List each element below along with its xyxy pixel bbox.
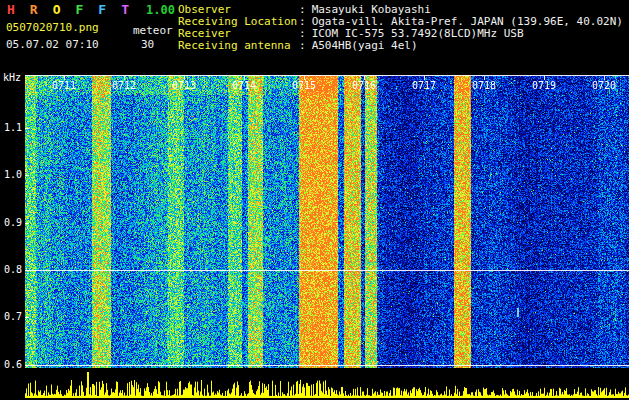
info-label: Receiving antenna (178, 40, 299, 52)
time-tick-label: 0716 (348, 80, 380, 91)
output-filename: 0507020710.png (6, 21, 99, 34)
time-tick-label: 0715 (288, 80, 320, 91)
time-tick-label: 0717 (408, 80, 440, 91)
app-version: 1.00 (146, 3, 175, 17)
app-title-letter: F (98, 2, 113, 17)
observation-datetime: 05.07.02 07:10 (6, 38, 99, 51)
freq-tick-label: 0.6 (1, 359, 22, 370)
hrofft-output: H R O F F T 1.00 0507020710.png meteor 0… (0, 0, 629, 400)
time-tick-label: 0720 (588, 80, 620, 91)
time-tick-label: 0718 (468, 80, 500, 91)
freq-axis-unit: kHz (3, 72, 21, 83)
app-title-letter: H (7, 2, 22, 17)
time-tick-label: 0712 (108, 80, 140, 91)
app-title: H R O F F T 1.00 (7, 2, 175, 17)
freq-tick-label: 0.7 (1, 311, 22, 322)
time-tick-label: 0713 (168, 80, 200, 91)
mode-label: meteor (133, 24, 173, 37)
freq-tick-label: 1.1 (1, 122, 22, 133)
station-info: Observer:Masayuki Kobayashi Receiving Lo… (178, 4, 623, 52)
freq-tick-label: 1.0 (1, 169, 22, 180)
app-title-letter: R (30, 2, 45, 17)
interval-value: 30 (141, 38, 154, 51)
time-tick-label: 0711 (48, 80, 80, 91)
freq-tick-label: 0.9 (1, 217, 22, 228)
time-tick-label: 0719 (528, 80, 560, 91)
app-title-letter: F (75, 2, 90, 17)
app-title-letter: O (53, 2, 68, 17)
signal-level-canvas (25, 370, 629, 400)
app-title-letter: T (121, 2, 136, 17)
freq-tick-label: 0.8 (1, 264, 22, 275)
info-value: A504HB(yagi 4el) (312, 39, 418, 52)
time-tick-label: 0714 (228, 80, 260, 91)
info-separator: : (299, 39, 306, 52)
info-row: Receiving antenna:A504HB(yagi 4el) (178, 40, 623, 52)
spectrogram-canvas (25, 75, 629, 368)
